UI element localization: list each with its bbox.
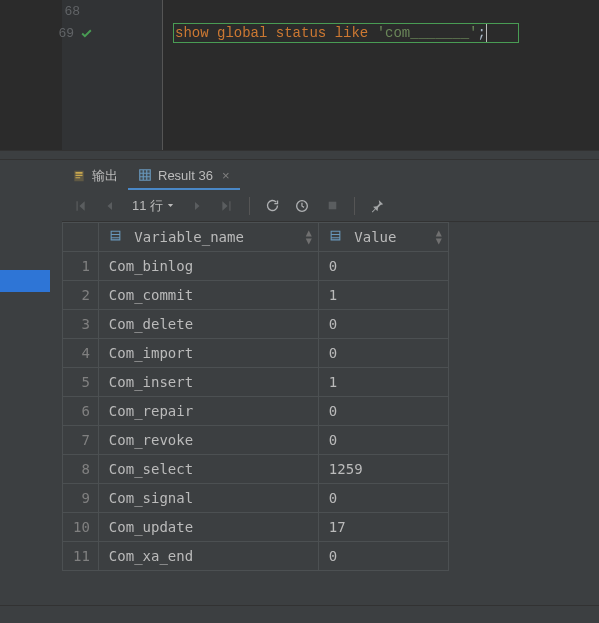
code-line[interactable]: show global status like 'com_______'; [175,22,599,44]
editor-gutter: 68 69 [62,0,100,150]
row-number[interactable]: 7 [63,426,99,455]
gutter-row[interactable]: 69 [62,22,99,44]
cell-value[interactable]: 0 [318,484,448,513]
close-icon[interactable]: × [222,168,230,183]
cell-variable[interactable]: Com_commit [98,281,318,310]
table-row[interactable]: 7Com_revoke0 [63,426,449,455]
editor-pane: 68 69 show global status like 'com______… [0,0,599,150]
column-icon [329,229,350,245]
result-grid[interactable]: Variable_name ▲▼ Value ▲▼ 1Com_binlog [62,222,449,571]
prev-page-button [98,194,122,218]
code-area[interactable]: show global status like 'com_______'; [162,0,599,150]
stop-button [320,194,344,218]
status-bar [0,605,599,623]
next-page-button [185,194,209,218]
toolbar-separator [249,197,250,215]
row-number[interactable]: 4 [63,339,99,368]
sql-string: 'com_______' [377,25,478,41]
row-number[interactable]: 2 [63,281,99,310]
pin-button[interactable] [365,194,389,218]
cell-variable[interactable]: Com_import [98,339,318,368]
cell-variable[interactable]: Com_signal [98,484,318,513]
cell-variable[interactable]: Com_insert [98,368,318,397]
row-number[interactable]: 11 [63,542,99,571]
row-number[interactable]: 6 [63,397,99,426]
column-header-value[interactable]: Value ▲▼ [318,223,448,252]
row-selection-indicator [0,270,50,292]
sql-keyword: show global status like [175,25,377,41]
cell-variable[interactable]: Com_xa_end [98,542,318,571]
row-number[interactable]: 3 [63,310,99,339]
result-tabs: 输出 Result 36 × [62,160,599,190]
cell-value[interactable]: 0 [318,426,448,455]
tab-label: Result 36 [158,168,213,183]
editor-marks-column [100,0,162,150]
cell-variable[interactable]: Com_select [98,455,318,484]
row-number[interactable]: 8 [63,455,99,484]
sort-icon[interactable]: ▲▼ [306,229,312,245]
sql-tail: ; [477,25,485,41]
svg-rect-1 [328,202,336,210]
table-row[interactable]: 2Com_commit1 [63,281,449,310]
table-row[interactable]: 3Com_delete0 [63,310,449,339]
row-number[interactable]: 5 [63,368,99,397]
refresh-auto-button[interactable] [290,194,314,218]
rows-count-dropdown[interactable]: 11 行 [128,197,179,215]
row-number[interactable]: 9 [63,484,99,513]
cell-value[interactable]: 0 [318,397,448,426]
cell-value[interactable]: 0 [318,252,448,281]
table-row[interactable]: 5Com_insert1 [63,368,449,397]
table-row[interactable]: 4Com_import0 [63,339,449,368]
check-icon [80,27,93,40]
chevron-down-icon [166,201,175,210]
rows-count-label: 11 行 [132,197,163,215]
cell-variable[interactable]: Com_update [98,513,318,542]
cell-value[interactable]: 0 [318,542,448,571]
cell-variable[interactable]: Com_revoke [98,426,318,455]
column-icon [109,229,130,245]
cell-value[interactable]: 1 [318,281,448,310]
tab-label: 输出 [92,167,118,185]
cell-value[interactable]: 17 [318,513,448,542]
row-number[interactable]: 10 [63,513,99,542]
cell-variable[interactable]: Com_repair [98,397,318,426]
cell-value[interactable]: 1259 [318,455,448,484]
column-label: Variable_name [134,229,244,245]
cell-value[interactable]: 1 [318,368,448,397]
editor-left-margin [0,0,62,150]
last-page-button [215,194,239,218]
row-number[interactable]: 1 [63,252,99,281]
cell-variable[interactable]: Com_delete [98,310,318,339]
table-row[interactable]: 11Com_xa_end0 [63,542,449,571]
line-number: 68 [62,4,80,19]
first-page-button [68,194,92,218]
tab-output[interactable]: 输出 [62,162,128,190]
table-row[interactable]: 10Com_update17 [63,513,449,542]
refresh-button[interactable] [260,194,284,218]
cell-variable[interactable]: Com_binlog [98,252,318,281]
column-header-variable[interactable]: Variable_name ▲▼ [98,223,318,252]
tab-result[interactable]: Result 36 × [128,162,240,190]
table-row[interactable]: 8Com_select1259 [63,455,449,484]
text-cursor [486,24,487,42]
toolbar-separator [354,197,355,215]
result-grid-wrap[interactable]: Variable_name ▲▼ Value ▲▼ 1Com_binlog [62,222,599,605]
table-row[interactable]: 9Com_signal0 [63,484,449,513]
table-row[interactable]: 1Com_binlog0 [63,252,449,281]
result-toolbar: 11 行 [62,190,599,222]
grid-icon [138,168,152,182]
rownum-header[interactable] [63,223,99,252]
line-number: 69 [56,26,74,41]
sort-icon[interactable]: ▲▼ [436,229,442,245]
table-row[interactable]: 6Com_repair0 [63,397,449,426]
column-label: Value [354,229,396,245]
cell-value[interactable]: 0 [318,339,448,368]
pane-divider[interactable] [0,150,599,160]
results-panel: 输出 Result 36 × 11 行 [0,160,599,605]
output-icon [72,169,86,183]
gutter-row[interactable]: 68 [62,0,99,22]
panel-left-gutter [0,160,62,605]
cell-value[interactable]: 0 [318,310,448,339]
